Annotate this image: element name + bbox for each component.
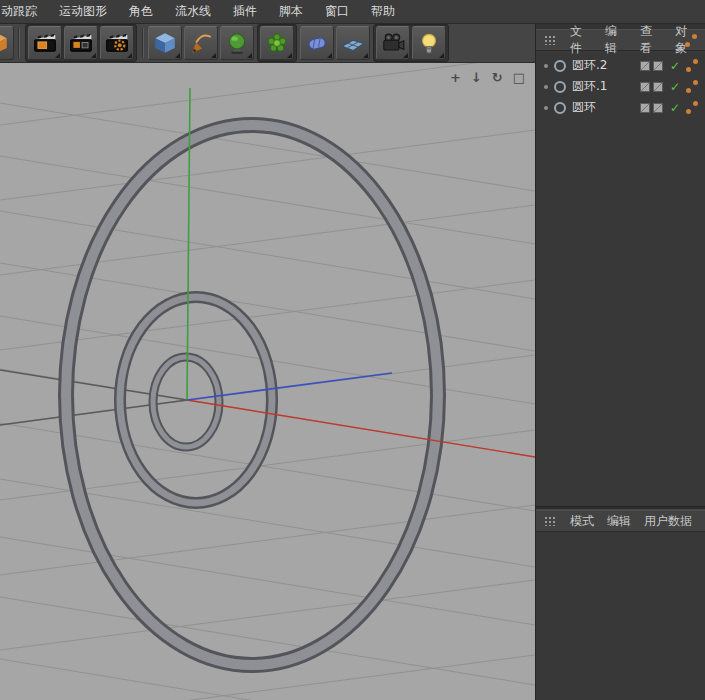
menu-item-mograph[interactable]: 运动图形 [59,3,107,20]
menu-item-motion-tracking[interactable]: 动跟踪 [1,3,37,20]
scene-object-group [373,24,449,62]
clapperboard-icon [32,30,58,56]
primitive-cube-button[interactable] [148,26,182,60]
floor-grid-icon [340,30,366,56]
object-label: 圆环 [572,99,596,116]
object-row-torus[interactable]: 圆环 ✓ [536,97,705,118]
camera-icon [380,30,406,56]
toolbar-separator [142,28,144,58]
visibility-dots-icon[interactable] [686,100,698,115]
menu-item-character[interactable]: 角色 [129,3,153,20]
tab-user-data[interactable]: 用户数据 [644,513,692,530]
light-button[interactable] [412,26,446,60]
rotate-icon[interactable]: ↻ [492,71,503,84]
viewport-3d[interactable]: + ↓ ↻ □ [0,63,535,700]
render-settings-button[interactable] [100,26,134,60]
toolbar-separator [18,28,20,58]
subdivision-generator-button[interactable] [220,26,254,60]
tab-file[interactable]: 文件 [570,23,592,57]
visibility-dots-icon[interactable] [686,79,698,94]
light-bulb-icon [416,30,442,56]
viewport-nav-controls: + ↓ ↻ □ [450,71,525,84]
deformer-icon [304,30,330,56]
tab-view[interactable]: 查看 [640,23,662,57]
blue-cube-icon [152,30,178,56]
tag-square-icon[interactable] [640,61,650,71]
object-label: 圆环.2 [572,57,607,74]
deformer-button[interactable] [300,26,334,60]
enable-check-icon[interactable]: ✓ [670,101,680,115]
green-sphere-icon [224,30,250,56]
clapperboard-gear-icon [104,30,130,56]
menu-item-plugins[interactable]: 插件 [233,3,257,20]
right-panel: 文件 编辑 查看 对象 圆环.2 ✓ [535,24,705,700]
tag-square-icon[interactable] [653,61,663,71]
panel-drag-handle-icon[interactable] [544,35,557,45]
enable-check-icon[interactable]: ✓ [670,80,680,94]
tag-square-icon[interactable] [653,82,663,92]
pan-icon[interactable]: + [450,71,461,84]
torus-icon [554,102,566,114]
mograph-group [257,24,297,62]
menubar: 动跟踪 运动图形 角色 流水线 插件 脚本 窗口 帮助 [0,0,705,24]
menu-item-script[interactable]: 脚本 [279,3,303,20]
torus-icon [554,60,566,72]
x-axis [187,400,535,457]
tree-dot-icon [544,64,548,68]
menu-item-help[interactable]: 帮助 [371,3,395,20]
render-region-button[interactable] [64,26,98,60]
tab-mode[interactable]: 模式 [570,513,594,530]
torus-icon [554,81,566,93]
panel-drag-handle-icon[interactable] [544,516,557,526]
zoom-icon[interactable]: ↓ [471,71,482,84]
object-label: 圆环.1 [572,78,607,95]
object-row-torus-1[interactable]: 圆环.1 ✓ [536,76,705,97]
visibility-dots-icon[interactable] [686,58,698,73]
object-manager-empty-area[interactable] [536,118,705,506]
mograph-cloner-button[interactable] [260,26,294,60]
tab-edit[interactable]: 编辑 [607,513,631,530]
visibility-dots-icon[interactable] [685,33,697,48]
clapperboard-region-icon [68,30,94,56]
object-manager-tabbar: 文件 编辑 查看 对象 [536,29,705,51]
green-flower-icon [264,30,290,56]
menu-item-window[interactable]: 窗口 [325,3,349,20]
toolbar [0,24,535,63]
tab-edit[interactable]: 编辑 [605,23,627,57]
object-row-torus-2[interactable]: 圆环.2 ✓ [536,55,705,76]
torus-small[interactable] [153,357,219,447]
attribute-manager-empty-area[interactable] [536,532,705,700]
menu-item-pipeline[interactable]: 流水线 [175,3,211,20]
undo-cube-button[interactable] [0,26,14,60]
enable-check-icon[interactable]: ✓ [670,59,680,73]
spline-pen-button[interactable] [184,26,218,60]
app-window: 动跟踪 运动图形 角色 流水线 插件 脚本 窗口 帮助 [0,0,705,700]
camera-button[interactable] [376,26,410,60]
scene-canvas [0,63,535,700]
tag-square-icon[interactable] [640,82,650,92]
pen-icon [188,30,214,56]
attribute-manager-tabbar: 模式 编辑 用户数据 [536,510,705,532]
tree-dot-icon [544,106,548,110]
render-button-group [25,24,137,62]
tag-square-icon[interactable] [653,103,663,113]
tag-square-icon[interactable] [640,103,650,113]
orange-cube-icon [0,30,10,56]
toggle-view-icon[interactable]: □ [513,71,525,84]
world-axes [187,88,535,457]
torus-medium[interactable] [120,297,272,503]
render-view-button[interactable] [28,26,62,60]
tree-dot-icon [544,85,548,89]
environment-floor-button[interactable] [336,26,370,60]
object-list: 圆环.2 ✓ 圆环.1 ✓ [536,51,705,118]
